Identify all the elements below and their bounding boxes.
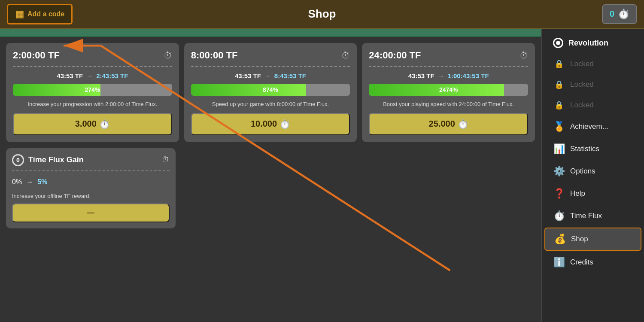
sidebar-label-achievements: Achievem... (570, 122, 608, 131)
sidebar-item-statistics[interactable]: 📊 Statistics (544, 138, 641, 160)
sidebar-item-locked3: 🔒 Locked (544, 95, 641, 115)
sidebar-item-credits[interactable]: ℹ️ Credits (544, 252, 641, 273)
card-flux-current-2h: 43:53 TF (57, 72, 83, 79)
revolution-icon (553, 38, 563, 48)
revolution-radio-dot (556, 41, 560, 45)
small-card-current-pct: 0% (12, 178, 22, 186)
cards-row: 2:00:00 TF ⏱ 43:53 TF → 2:43:53 TF 274% … (0, 37, 541, 148)
gear-icon: ⚙️ (553, 166, 565, 177)
sidebar-label-locked1: Locked (570, 60, 594, 68)
card-flux-arrow-24h: → (438, 72, 444, 79)
card-time-24h: 24:00:00 TF (369, 50, 421, 61)
barcode-icon: ▦ (15, 9, 24, 20)
shop-bag-icon: 💰 (554, 234, 566, 245)
card-flux-row-8h: 43:53 TF → 8:43:53 TF (191, 72, 350, 79)
sidebar-label-revolution: Revolution (568, 39, 608, 48)
sidebar: Revolution 🔒 Locked 🔒 Locked 🔒 Locked 🏅 … (541, 29, 644, 322)
sidebar-label-locked2: Locked (570, 80, 594, 89)
shop-card-8h: 8:00:00 TF ⏱ 43:53 TF → 8:43:53 TF 874% … (184, 43, 357, 142)
page-title: Shop (308, 7, 336, 21)
card-description-24h: Boost your playing speed with 24:00:00 o… (369, 100, 528, 109)
card-price-btn-2h[interactable]: 3.000 ⏱️ (13, 113, 172, 135)
card-flux-new-2h: 2:43:53 TF (96, 72, 128, 79)
currency-display: 0 ⏱️ (602, 4, 637, 24)
progress-bar-fill-24h (369, 84, 504, 96)
card-flux-current-24h: 43:53 TF (408, 72, 434, 79)
card-time-2h: 2:00:00 TF (13, 50, 60, 61)
sidebar-item-timeflux[interactable]: ⏱️ Time Flux (544, 205, 641, 227)
sidebar-item-options[interactable]: ⚙️ Options (544, 161, 641, 182)
card-price-24h: 25.000 (429, 119, 455, 129)
sidebar-label-credits: Credits (570, 258, 593, 267)
card-divider-24h (369, 66, 528, 67)
scrollbar-area[interactable] (0, 29, 541, 37)
sidebar-item-shop[interactable]: 💰 Shop (544, 228, 641, 251)
card-description-2h: Increase your progression with 2:00:00 o… (13, 100, 172, 109)
sidebar-label-locked3: Locked (570, 101, 594, 109)
sidebar-item-revolution[interactable]: Revolution (544, 33, 641, 53)
lock-icon-1: 🔒 (553, 59, 565, 69)
star-icon: 🏅 (553, 121, 565, 132)
sidebar-label-timeflux: Time Flux (570, 212, 602, 220)
card-clock-icon-24h: ⏱ (519, 51, 528, 61)
small-card-price: — (87, 209, 94, 217)
sidebar-item-locked2: 🔒 Locked (544, 75, 641, 94)
bar-chart-icon: 📊 (553, 143, 565, 155)
progress-bar-2h: 274% (13, 84, 172, 96)
info-icon: ℹ️ (553, 257, 565, 268)
progress-bar-fill-8h (191, 84, 306, 96)
progress-pct-8h: 874% (263, 86, 278, 93)
add-code-label: Add a code (27, 10, 64, 18)
card-price-icon-8h: ⏱️ (279, 119, 290, 129)
sidebar-label-help: Help (570, 189, 585, 198)
card-price-8h: 10.000 (251, 119, 277, 129)
sidebar-item-locked1: 🔒 Locked (544, 54, 641, 74)
sidebar-label-statistics: Statistics (570, 145, 599, 153)
add-code-button[interactable]: ▦ Add a code (7, 4, 73, 24)
card-description-8h: Speed up your game with 8:00:00 of Time … (191, 100, 350, 109)
timeflux-icon: ⏱️ (553, 210, 565, 222)
card-flux-new-8h: 8:43:53 TF (274, 72, 306, 79)
card-clock-icon-8h: ⏱ (341, 51, 350, 61)
lock-icon-2: 🔒 (553, 80, 565, 89)
small-card-flux-row: 0% → 5% (12, 176, 170, 188)
small-card-arrow: → (26, 178, 33, 186)
card-flux-arrow-2h: → (86, 72, 93, 79)
shop-card-24h: 24:00:00 TF ⏱ 43:53 TF → 1:00:43:53 TF 2… (362, 43, 535, 142)
card-header-2h: 2:00:00 TF ⏱ (13, 50, 172, 61)
main-layout: 2:00:00 TF ⏱ 43:53 TF → 2:43:53 TF 274% … (0, 29, 644, 322)
header: ▦ Add a code Shop 0 ⏱️ (0, 0, 644, 29)
small-card-zero-icon: 0 (12, 154, 24, 166)
question-icon: ❓ (553, 188, 565, 199)
card-time-8h: 8:00:00 TF (191, 50, 238, 61)
card-header-24h: 24:00:00 TF ⏱ (369, 50, 528, 61)
card-price-btn-24h[interactable]: 25.000 ⏱️ (369, 113, 528, 135)
currency-value: 0 (610, 9, 614, 19)
progress-pct-2h: 274% (85, 86, 100, 93)
progress-bar-24h: 2474% (369, 84, 528, 96)
small-card-clock-icon: ⏱ (162, 155, 170, 164)
sidebar-label-shop: Shop (571, 235, 588, 243)
sidebar-item-help[interactable]: ❓ Help (544, 183, 641, 204)
progress-pct-24h: 2474% (439, 86, 458, 93)
lock-icon-3: 🔒 (553, 100, 565, 110)
card-flux-arrow-8h: → (264, 72, 271, 79)
small-card-divider (12, 170, 170, 171)
shop-card-2h: 2:00:00 TF ⏱ 43:53 TF → 2:43:53 TF 274% … (6, 43, 179, 142)
card-price-icon-2h: ⏱️ (99, 119, 110, 129)
card-flux-current-8h: 43:53 TF (235, 72, 261, 79)
sidebar-item-achievements[interactable]: 🏅 Achievem... (544, 116, 641, 137)
small-card-price-btn[interactable]: — (12, 204, 170, 222)
card-header-8h: 8:00:00 TF ⏱ (191, 50, 350, 61)
small-card-description: Increase your offline TF reward. (12, 192, 170, 200)
bottom-row: 0 Time Flux Gain ⏱ 0% → 5% Increase your… (0, 148, 541, 235)
card-flux-new-24h: 1:00:43:53 TF (448, 72, 489, 79)
card-price-2h: 3.000 (75, 119, 97, 129)
progress-bar-8h: 874% (191, 84, 350, 96)
card-price-icon-24h: ⏱️ (458, 119, 468, 129)
card-price-btn-8h[interactable]: 10.000 ⏱️ (191, 113, 350, 135)
sidebar-label-options: Options (570, 167, 595, 176)
card-divider-2h (13, 66, 172, 67)
card-clock-icon-2h: ⏱ (164, 51, 172, 61)
small-card-new-pct: 5% (37, 178, 47, 186)
